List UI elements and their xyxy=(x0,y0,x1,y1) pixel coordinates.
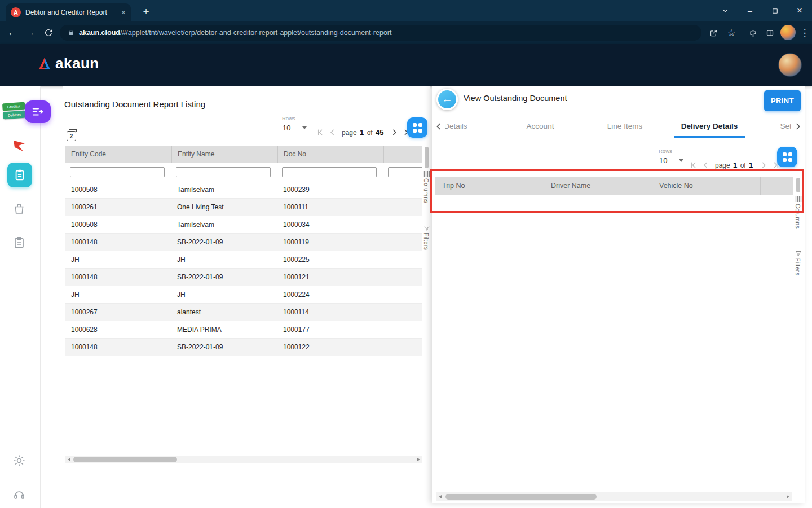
table-row[interactable]: 1000148SB-2022-01-091000119 xyxy=(65,234,422,251)
purchase-module-icon[interactable] xyxy=(12,202,27,217)
table-row[interactable]: 1000148SB-2022-01-091000121 xyxy=(65,269,422,286)
profile-avatar[interactable] xyxy=(780,25,796,40)
scroll-left-arrow-icon[interactable] xyxy=(439,495,442,498)
filters-label[interactable]: Filters xyxy=(423,233,430,250)
tab-line-items[interactable]: Line Items xyxy=(582,115,667,138)
table-cell: 1000034 xyxy=(277,216,383,233)
window-dropdown-icon[interactable] xyxy=(713,0,738,21)
horizontal-scrollbar[interactable] xyxy=(436,492,792,501)
header-vehicle-no[interactable]: Vehicle No xyxy=(652,177,760,195)
next-page-button[interactable] xyxy=(757,159,770,171)
horizontal-scrollbar[interactable] xyxy=(65,456,422,463)
side-panel-icon[interactable] xyxy=(762,26,777,40)
first-page-button[interactable] xyxy=(314,126,326,138)
table-cell: Tamilselvam xyxy=(171,216,277,233)
tabs-scroll-right-icon[interactable] xyxy=(791,116,805,137)
prev-page-button[interactable] xyxy=(326,126,338,138)
column-layout-button[interactable] xyxy=(777,147,797,167)
vertical-scrollbar-thumb[interactable] xyxy=(425,147,429,168)
maximize-icon[interactable] xyxy=(762,0,787,21)
rows-value: 10 xyxy=(659,156,667,165)
minimize-icon[interactable]: – xyxy=(738,0,762,21)
horizontal-scrollbar-thumb[interactable] xyxy=(445,494,597,500)
back-button[interactable]: ← xyxy=(436,89,458,110)
table-cell: 1000224 xyxy=(277,286,383,303)
columns-icon[interactable] xyxy=(795,196,802,203)
panel-title: View Outstanding Document xyxy=(464,94,567,103)
new-tab-button[interactable]: + xyxy=(139,5,153,19)
collapse-menu-button[interactable] xyxy=(25,100,51,123)
table-row[interactable]: JHJH1000225 xyxy=(65,251,422,269)
support-headset-icon[interactable] xyxy=(12,488,27,502)
filter-input-entity-name[interactable] xyxy=(176,167,271,177)
rows-select[interactable]: 10 xyxy=(282,123,308,134)
filters-funnel-icon[interactable] xyxy=(795,250,802,257)
filter-input-entity-code[interactable] xyxy=(70,167,165,177)
rows-value: 10 xyxy=(283,124,290,132)
tab-favicon: A xyxy=(11,7,21,17)
filters-funnel-icon[interactable] xyxy=(423,225,430,231)
prev-page-button[interactable] xyxy=(699,159,712,171)
vertical-scrollbar-thumb[interactable] xyxy=(796,178,800,192)
copy-pages-icon[interactable]: 2 xyxy=(67,131,76,141)
tab-delivery-details[interactable]: Delivery Details xyxy=(667,115,752,138)
filters-label[interactable]: Filters xyxy=(795,258,801,275)
header-driver-name[interactable]: Driver Name xyxy=(544,177,652,195)
column-layout-button[interactable] xyxy=(407,117,427,138)
applet-badge-icon[interactable]: Creditor Debtors xyxy=(2,102,26,121)
filter-input-doc-no[interactable] xyxy=(282,167,377,177)
header-entity-name[interactable]: Entity Name xyxy=(171,146,277,163)
close-window-icon[interactable]: × xyxy=(787,0,812,21)
print-button[interactable]: PRINT xyxy=(764,90,801,111)
back-icon[interactable]: ← xyxy=(6,26,19,40)
scroll-right-arrow-icon[interactable] xyxy=(787,495,789,498)
app-sidebar: Creditor Debtors xyxy=(0,86,41,508)
window-controls: – × xyxy=(713,0,812,21)
browser-tab[interactable]: A Debtor and Creditor Report × xyxy=(6,3,131,21)
columns-label[interactable]: Columns xyxy=(423,178,430,203)
tab-close-icon[interactable]: × xyxy=(121,8,126,17)
first-page-button[interactable] xyxy=(687,159,699,171)
forward-icon[interactable]: → xyxy=(24,26,37,40)
table-row[interactable]: 1000267alantest1000114 xyxy=(65,304,422,321)
columns-icon[interactable] xyxy=(423,170,430,177)
tabs-scroll-left-icon[interactable] xyxy=(432,116,445,137)
active-report-module-icon[interactable] xyxy=(7,163,32,187)
bookmark-star-icon[interactable]: ☆ xyxy=(724,26,739,40)
table-cell: 1000177 xyxy=(277,321,383,338)
next-page-button[interactable] xyxy=(388,126,400,138)
current-page: 1 xyxy=(360,128,364,137)
header-trip-no[interactable]: Trip No xyxy=(435,177,544,195)
report-applet-icon[interactable] xyxy=(11,138,27,154)
settings-gear-icon[interactable] xyxy=(12,454,27,468)
horizontal-scrollbar-thumb[interactable] xyxy=(73,457,177,462)
rows-select[interactable]: 10 xyxy=(659,156,685,167)
akaun-logo[interactable]: akaun xyxy=(37,55,99,72)
table-cell: 1000239 xyxy=(277,181,383,198)
table-row[interactable]: 1000508Tamilselvam1000034 xyxy=(65,216,422,234)
extensions-puzzle-icon[interactable] xyxy=(745,26,760,40)
current-page: 1 xyxy=(733,161,737,169)
user-avatar[interactable] xyxy=(778,53,802,77)
tasks-module-icon[interactable] xyxy=(12,236,27,251)
refresh-icon[interactable] xyxy=(42,26,55,40)
header-entity-code[interactable]: Entity Code xyxy=(65,146,171,163)
chevron-down-icon xyxy=(302,126,307,129)
scroll-right-arrow-icon[interactable] xyxy=(417,458,420,461)
columns-label[interactable]: Columns xyxy=(795,204,801,229)
menu-dots-icon[interactable]: ⋮ xyxy=(797,26,812,40)
detail-tabs: DetailsAccountLine ItemsDelivery Details… xyxy=(432,115,800,138)
share-icon[interactable] xyxy=(706,26,721,40)
browser-toolbar: ← → akaun.cloud/#/applet/tnt/wavelet/erp… xyxy=(0,21,812,44)
table-row[interactable]: 1000508Tamilselvam1000239 xyxy=(65,181,422,199)
header-doc-no[interactable]: Doc No xyxy=(277,146,383,163)
table-row[interactable]: 1000261One Living Test1000111 xyxy=(65,199,422,216)
table-header-row: Trip No Driver Name Vehicle No xyxy=(435,177,793,195)
tab-account[interactable]: Account xyxy=(498,115,582,138)
table-row[interactable]: JHJH1000224 xyxy=(65,286,422,304)
table-row[interactable]: 1000628MEDIA PRIMA1000177 xyxy=(65,321,422,339)
filter-input-extra[interactable] xyxy=(388,167,422,177)
address-bar[interactable]: akaun.cloud/#/applet/tnt/wavelet/erp/deb… xyxy=(60,25,701,41)
scroll-left-arrow-icon[interactable] xyxy=(68,458,70,461)
table-row[interactable]: 1000148SB-2022-01-091000122 xyxy=(65,339,422,356)
